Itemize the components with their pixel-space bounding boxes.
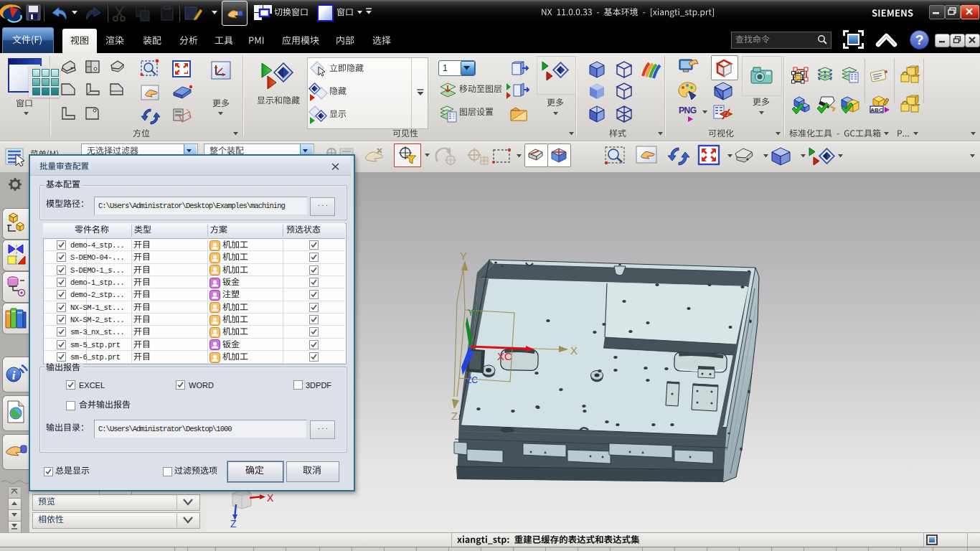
svg-text:Z: Z	[230, 518, 237, 529]
svg-text:X: X	[570, 344, 578, 357]
svg-text:XC: XC	[497, 350, 512, 362]
svg-text:ABC: ABC	[870, 107, 883, 113]
svg-text:Z: Z	[451, 410, 458, 422]
svg-text:ZC: ZC	[466, 375, 478, 385]
svg-text:i: i	[12, 369, 16, 382]
svg-text:Y: Y	[460, 250, 467, 262]
svg-text:YC: YC	[468, 308, 480, 318]
svg-text:X: X	[267, 492, 274, 504]
svg-text:?: ?	[915, 32, 924, 47]
